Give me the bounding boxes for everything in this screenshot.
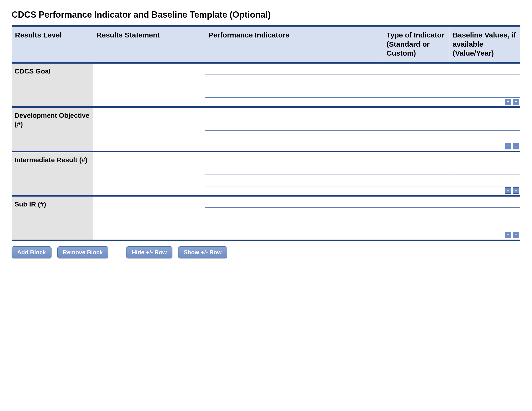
footer-button-bar: Add Block Remove Block Hide +/- Row Show… [12,246,520,258]
hide-row-button[interactable]: Hide +/- Row [126,246,172,258]
remove-row-button[interactable]: − [513,99,519,105]
results-statement-cell[interactable] [93,152,205,196]
add-row-button[interactable]: + [505,232,511,238]
type-of-indicator-cell[interactable] [383,86,449,98]
col-header-type-of-indicator: Type of Indicator (Standard or Custom) [383,26,449,63]
baseline-value-cell[interactable] [449,163,520,175]
page-title: CDCS Performance Indicator and Baseline … [12,10,520,20]
row-controls: +− [205,231,521,240]
remove-row-button[interactable]: − [513,232,519,238]
add-row-button[interactable]: + [505,187,511,194]
baseline-value-cell[interactable] [449,75,520,86]
performance-indicator-cell[interactable] [205,86,383,98]
baseline-value-cell[interactable] [449,196,520,207]
type-of-indicator-cell[interactable] [383,107,449,119]
add-row-button[interactable]: + [505,143,511,149]
baseline-value-cell[interactable] [449,86,520,98]
type-of-indicator-cell[interactable] [383,63,449,75]
col-header-baseline-values: Baseline Values, if available (Value/Yea… [449,26,520,63]
results-statement-cell[interactable] [93,107,205,152]
row-controls: +− [205,98,521,107]
col-header-performance-indicators: Performance Indicators [205,26,383,63]
type-of-indicator-cell[interactable] [383,196,449,207]
baseline-value-cell[interactable] [449,63,520,75]
baseline-value-cell[interactable] [449,175,520,187]
col-header-results-statement: Results Statement [93,26,205,63]
remove-block-button[interactable]: Remove Block [57,246,108,258]
baseline-value-cell[interactable] [449,107,520,119]
row-controls: +− [205,187,521,196]
performance-indicator-cell[interactable] [205,175,383,187]
indicator-table: Results Level Results Statement Performa… [12,25,520,241]
row-controls: +− [205,142,521,152]
baseline-value-cell[interactable] [449,130,520,142]
performance-indicator-cell[interactable] [205,196,383,207]
baseline-value-cell[interactable] [449,207,520,219]
type-of-indicator-cell[interactable] [383,152,449,163]
performance-indicator-cell[interactable] [205,63,383,75]
baseline-value-cell[interactable] [449,219,520,231]
performance-indicator-cell[interactable] [205,119,383,130]
remove-row-button[interactable]: − [513,143,519,149]
type-of-indicator-cell[interactable] [383,75,449,86]
type-of-indicator-cell[interactable] [383,175,449,187]
type-of-indicator-cell[interactable] [383,219,449,231]
show-row-button[interactable]: Show +/- Row [178,246,227,258]
type-of-indicator-cell[interactable] [383,119,449,130]
performance-indicator-cell[interactable] [205,107,383,119]
performance-indicator-cell[interactable] [205,163,383,175]
add-row-button[interactable]: + [505,99,511,105]
baseline-value-cell[interactable] [449,119,520,130]
performance-indicator-cell[interactable] [205,130,383,142]
remove-row-button[interactable]: − [513,187,519,194]
performance-indicator-cell[interactable] [205,207,383,219]
results-level-cell: Intermediate Result (#) [12,152,93,196]
results-statement-cell[interactable] [93,196,205,240]
results-level-cell: Development Objective (#) [12,107,93,152]
results-level-cell: Sub IR (#) [12,196,93,240]
baseline-value-cell[interactable] [449,152,520,163]
type-of-indicator-cell[interactable] [383,130,449,142]
add-block-button[interactable]: Add Block [12,246,51,258]
col-header-results-level: Results Level [12,26,93,63]
results-level-cell: CDCS Goal [12,63,93,107]
type-of-indicator-cell[interactable] [383,163,449,175]
results-statement-cell[interactable] [93,63,205,107]
performance-indicator-cell[interactable] [205,75,383,86]
performance-indicator-cell[interactable] [205,152,383,163]
performance-indicator-cell[interactable] [205,219,383,231]
type-of-indicator-cell[interactable] [383,207,449,219]
